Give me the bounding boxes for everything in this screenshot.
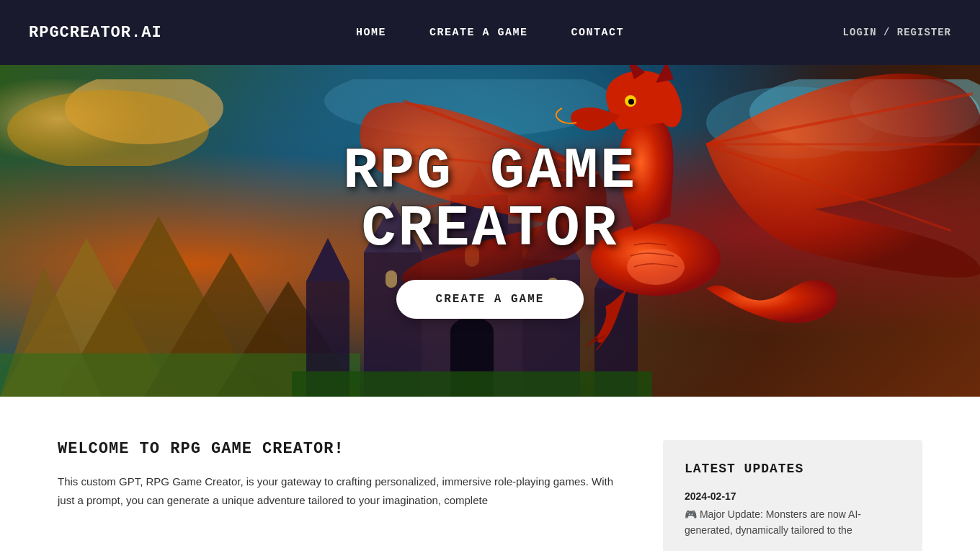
nav-auth[interactable]: LOGIN / REGISTER — [843, 27, 951, 38]
svg-rect-29 — [292, 371, 652, 397]
update-item: 2024-02-17 🎮 Major Update: Monsters are … — [685, 490, 901, 539]
updates-sidebar: LATEST UPDATES 2024-02-17 🎮 Major Update… — [663, 440, 922, 551]
hero-cta-button[interactable]: CREATE A GAME — [396, 280, 584, 319]
welcome-section: WELCOME TO RPG GAME CREATOR! This custom… — [58, 440, 663, 509]
hero-title: RPG GAME CREATOR — [343, 143, 637, 258]
welcome-text: This custom GPT, RPG Game Creator, is yo… — [58, 472, 620, 509]
update-text: 🎮 Major Update: Monsters are now AI-gene… — [685, 506, 901, 539]
svg-point-6 — [324, 79, 612, 137]
nav-contact[interactable]: CONTACT — [571, 27, 625, 39]
update-date: 2024-02-17 — [685, 490, 901, 502]
updates-heading: LATEST UPDATES — [685, 462, 901, 476]
svg-point-28 — [450, 317, 494, 346]
main-content: WELCOME TO RPG GAME CREATOR! This custom… — [0, 397, 980, 551]
nav-create-game[interactable]: CREATE A GAME — [429, 27, 528, 39]
navbar: RPGCREATOR.AI HOME CREATE A GAME CONTACT… — [0, 0, 980, 65]
nav-links: HOME CREATE A GAME CONTACT — [356, 27, 624, 39]
nav-home[interactable]: HOME — [356, 27, 386, 39]
svg-point-2 — [7, 90, 209, 166]
hero-content: RPG GAME CREATOR CREATE A GAME — [343, 143, 637, 319]
site-logo[interactable]: RPGCREATOR.AI — [29, 24, 162, 42]
welcome-heading: WELCOME TO RPG GAME CREATOR! — [58, 440, 620, 458]
hero-section: RPG GAME CREATOR CREATE A GAME — [0, 65, 980, 397]
